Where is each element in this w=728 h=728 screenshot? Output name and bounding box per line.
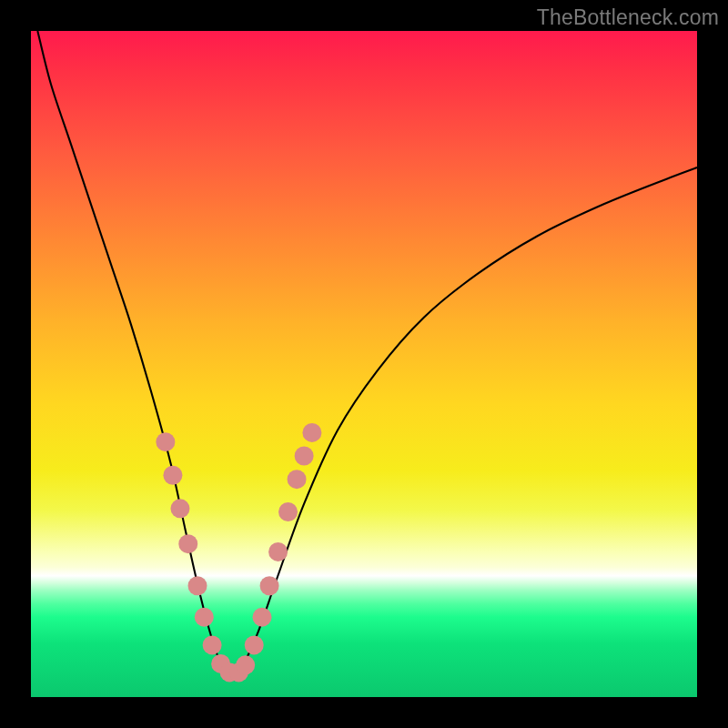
curve-dot	[253, 608, 272, 627]
marker-dots	[156, 423, 321, 682]
curve-dot	[302, 423, 321, 442]
curve-dot	[156, 432, 175, 451]
curve-dot	[188, 576, 207, 595]
curve-layer	[31, 31, 697, 697]
curve-dot	[178, 534, 197, 553]
watermark-text: TheBottleneck.com	[537, 5, 719, 30]
curve-dot	[170, 499, 189, 518]
curve-dot	[203, 635, 222, 654]
curve-dot	[236, 655, 255, 674]
curve-dot	[260, 576, 279, 595]
bottleneck-curve	[37, 31, 697, 677]
curve-dot	[245, 635, 264, 654]
curve-dot	[288, 470, 307, 489]
curve-dot	[278, 502, 298, 521]
curve-dot	[268, 542, 288, 561]
curve-dot	[295, 447, 314, 466]
curve-dot	[163, 466, 182, 485]
curve-dot	[195, 608, 214, 627]
plot-area	[31, 31, 697, 697]
chart-frame: TheBottleneck.com	[0, 0, 728, 728]
